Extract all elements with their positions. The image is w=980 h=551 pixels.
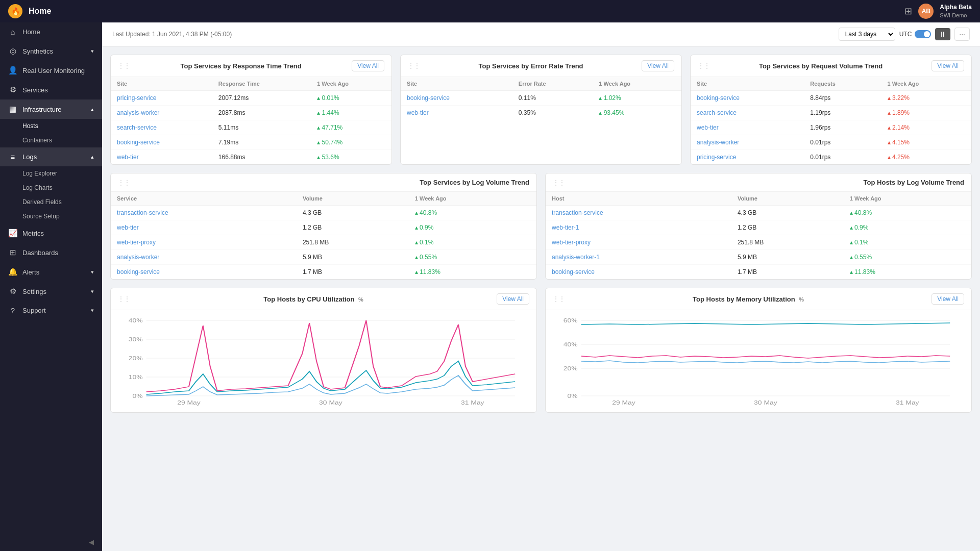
week-ago-value: ▴ 40.8% (409, 206, 536, 220)
pause-button[interactable]: ⏸ (935, 28, 950, 40)
drag-handle: ⋮⋮ (118, 62, 130, 69)
request-volume-view-all[interactable]: View All (932, 60, 964, 71)
sidebar-item-label: Dashboards (22, 249, 58, 257)
sidebar-item-support[interactable]: ? Support ▾ (0, 301, 102, 320)
service-link[interactable]: booking-service (401, 91, 512, 106)
sidebar-item-log-charts[interactable]: Log Charts (22, 181, 102, 195)
memory-view-all[interactable]: View All (932, 293, 964, 305)
sidebar-item-label: Logs (22, 153, 37, 161)
sidebar-collapse-button[interactable]: ◀ (0, 533, 102, 551)
svg-text:30 May: 30 May (319, 400, 343, 406)
service-link[interactable]: web-tier (111, 220, 297, 235)
request-volume-card: ⋮⋮ Top Services by Request Volume Trend … (690, 55, 972, 165)
host-link[interactable]: analysis-worker-1 (546, 250, 731, 265)
service-link[interactable]: booking-service (691, 91, 804, 106)
infrastructure-icon: ▦ (8, 105, 17, 114)
more-options-button[interactable]: ··· (954, 28, 970, 41)
app-logo[interactable]: 🔥 (8, 4, 22, 18)
sidebar-item-containers[interactable]: Containers (22, 133, 102, 147)
grid-icon[interactable]: ⊞ (904, 6, 912, 17)
service-link[interactable]: analysis-worker (111, 106, 212, 120)
sidebar-item-log-explorer[interactable]: Log Explorer (22, 166, 102, 181)
host-link[interactable]: transaction-service (546, 206, 731, 220)
sidebar-item-label: Infrastructure (22, 106, 62, 113)
sidebar-item-settings[interactable]: ⚙ Settings ▾ (0, 282, 102, 301)
service-link[interactable]: booking-service (111, 265, 297, 280)
sidebar-item-home[interactable]: ⌂ Home (0, 22, 102, 41)
error-rate-card: ⋮⋮ Top Services by Error Rate Trend View… (400, 55, 682, 165)
chevron-down-icon3: ▾ (91, 288, 94, 295)
service-link[interactable]: web-tier (401, 106, 512, 120)
drag-handle2: ⋮⋮ (408, 62, 420, 69)
cpu-view-all[interactable]: View All (497, 293, 529, 305)
table-row: booking-service 7.19ms ▴ 50.74% (111, 135, 391, 150)
response-time-view-all[interactable]: View All (352, 60, 384, 71)
sidebar-item-metrics[interactable]: 📈 Metrics (0, 223, 102, 243)
sidebar-item-source-setup[interactable]: Source Setup (22, 209, 102, 223)
col-requests: Requests (804, 77, 881, 91)
service-link[interactable]: analysis-worker (111, 250, 297, 265)
service-link[interactable]: transaction-service (111, 206, 297, 220)
response-time-title: Top Services by Response Time Trend (180, 62, 301, 70)
svg-text:20%: 20% (564, 366, 578, 372)
host-link[interactable]: booking-service (546, 265, 731, 280)
sidebar-item-services[interactable]: ⚙ Services (0, 80, 102, 99)
service-link[interactable]: pricing-service (691, 150, 804, 165)
logs-icon: ≡ (8, 153, 17, 161)
service-link[interactable]: analysis-worker (691, 135, 804, 150)
host-link[interactable]: web-tier-1 (546, 220, 731, 235)
col-service: Service (111, 192, 297, 206)
service-link[interactable]: pricing-service (111, 91, 212, 106)
week-ago-value: ▴ 40.8% (844, 206, 971, 220)
time-range-select[interactable]: Last 3 days Last 1 hour Last 24 hours La… (839, 28, 895, 41)
week-ago-value: ▴ 0.1% (409, 235, 536, 250)
volume-value: 5.9 MB (731, 250, 844, 265)
sidebar-item-logs[interactable]: ≡ Logs ▴ (0, 147, 102, 166)
table-row: analysis-worker 0.01rps ▴ 4.15% (691, 135, 971, 150)
svg-text:0%: 0% (568, 393, 578, 399)
avatar[interactable]: AB (918, 4, 934, 19)
sidebar-item-hosts[interactable]: Hosts (22, 119, 102, 133)
error-rate-view-all[interactable]: View All (642, 60, 674, 71)
settings-icon: ⚙ (8, 287, 17, 296)
chevron-up-icon: ▴ (91, 106, 94, 113)
log-volume-hosts-title: Top Hosts by Log Volume Trend (864, 179, 964, 186)
alerts-icon: 🔔 (8, 267, 17, 277)
volume-value: 1.2 GB (297, 220, 409, 235)
week-ago-value: ▴ 11.83% (409, 265, 536, 280)
response-time-card-header: ⋮⋮ Top Services by Response Time Trend V… (111, 55, 391, 77)
sidebar-item-alerts[interactable]: 🔔 Alerts ▾ (0, 262, 102, 282)
utc-toggle-switch[interactable] (915, 30, 931, 38)
service-link[interactable]: web-tier (111, 150, 212, 165)
service-link[interactable]: search-service (111, 120, 212, 135)
service-link[interactable]: web-tier-proxy (111, 235, 297, 250)
week-ago-value: ▴ 0.55% (409, 250, 536, 265)
week-ago-value: ▴ 0.1% (844, 235, 971, 250)
sidebar-item-synthetics[interactable]: ◎ Synthetics ▾ (0, 41, 102, 61)
user-info: Alpha Beta SWI Demo (940, 4, 972, 19)
table-row: transaction-service 4.3 GB ▴ 40.8% (111, 206, 536, 220)
topnav-right: ⊞ AB Alpha Beta SWI Demo (904, 4, 972, 19)
week-ago-value: ▴ 11.83% (844, 265, 971, 280)
cpu-chart-container: 40% 30% 20% 10% 0% 29 May 30 May 31 May (111, 310, 536, 412)
host-link[interactable]: web-tier-proxy (546, 235, 731, 250)
service-link[interactable]: search-service (691, 106, 804, 120)
week-ago-value: ▴ 53.6% (311, 150, 391, 165)
request-volume-table: Site Requests 1 Week Ago booking-service… (691, 77, 971, 164)
service-link[interactable]: booking-service (111, 135, 212, 150)
drag-handle4: ⋮⋮ (118, 179, 130, 186)
sidebar-item-infrastructure[interactable]: ▦ Infrastructure ▴ (0, 99, 102, 119)
service-link[interactable]: web-tier (691, 120, 804, 135)
week-ago-value: ▴ 1.89% (881, 106, 971, 120)
dashboard-content: ⋮⋮ Top Services by Response Time Trend V… (102, 46, 980, 429)
sidebar-item-derived-fields[interactable]: Derived Fields (22, 195, 102, 209)
svg-text:20%: 20% (129, 356, 143, 362)
log-volume-services-title: Top Services by Log Volume Trend (420, 179, 529, 186)
svg-text:0%: 0% (133, 393, 143, 399)
sidebar-item-dashboards[interactable]: ⊞ Dashboards (0, 243, 102, 262)
sidebar-item-rum[interactable]: 👤 Real User Monitoring (0, 61, 102, 80)
week-ago-value: ▴ 93.45% (593, 106, 681, 120)
error-rate-value: 0.35% (512, 106, 593, 120)
topnav: 🔥 Home ⊞ AB Alpha Beta SWI Demo (0, 0, 980, 22)
svg-text:31 May: 31 May (896, 400, 920, 406)
